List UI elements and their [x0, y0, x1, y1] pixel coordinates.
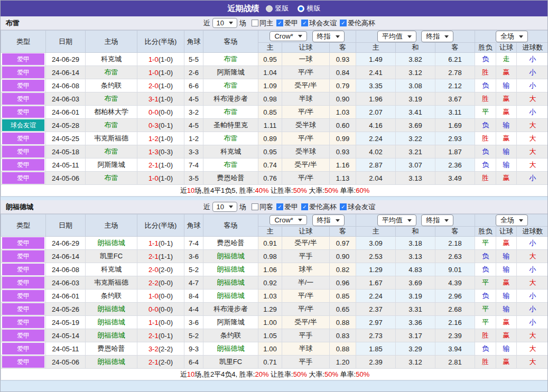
- filter-games-label: 场: [239, 202, 246, 212]
- cell-odds-handicap: 平/半: [282, 66, 330, 79]
- matches-table-team1: 类型 日期 主场 比分(半场) 角球 客场 Crow* 终指 平均值 终指 全场: [1, 30, 548, 197]
- cell-corners: 8-4: [184, 290, 203, 303]
- cell-handicap-result: 赢: [496, 172, 517, 185]
- dropdown-odds-provider[interactable]: Crow*: [270, 31, 306, 41]
- summary-segment: 40%: [255, 186, 268, 194]
- cell-avg-away: 2.36: [435, 158, 475, 172]
- league-badge: 爱甲: [2, 290, 44, 302]
- cell-result: 胜: [475, 132, 496, 145]
- fulltime-score: 2-2: [148, 279, 159, 287]
- cell-home-team: 韦克斯福德: [86, 132, 137, 145]
- checkbox-同主[interactable]: [252, 20, 258, 26]
- cell-date: 24-06-14: [46, 66, 86, 79]
- checkbox-球会友谊[interactable]: ✓: [301, 20, 308, 26]
- cell-odds-handicap: 一球: [282, 53, 330, 66]
- section-header-team1: 布雷 近 10 场 同主✓爱甲✓球会友谊✓爱伦高杯: [1, 16, 547, 30]
- checkbox-爱伦高杯[interactable]: ✓: [301, 203, 308, 210]
- cell-goals: 小: [517, 316, 548, 329]
- checkbox-爱伦高杯[interactable]: ✓: [340, 20, 347, 26]
- cell-home-team: 朗福德城: [86, 329, 137, 342]
- cell-odds-away: 0.60: [330, 119, 356, 132]
- dropdown-odds-provider[interactable]: Crow*: [270, 215, 306, 225]
- table-row: 爱甲24-05-11费恩哈普3-2(2-2)9-3朗福德城1.00半球0.881…: [1, 342, 548, 356]
- away-team-name: 布雷: [224, 81, 238, 89]
- table-row: 爱甲24-05-25韦克斯福德1-2(1-0)1-2布雷0.89平/半0.992…: [1, 132, 548, 145]
- recent-count-select[interactable]: 10: [212, 202, 237, 212]
- fulltime-score: 1-1: [148, 319, 159, 326]
- radio-horizontal-layout[interactable]: 横版: [298, 4, 321, 13]
- cell-odds-away: 1.20: [330, 356, 356, 369]
- cell-home-team: 韦克斯福德: [86, 276, 137, 290]
- col-header-avg-home: 主: [356, 227, 396, 237]
- cell-home-team: 布雷: [86, 119, 137, 132]
- cell-avg-away: 1.87: [435, 145, 475, 158]
- odds-group-header: Crow* 终指: [258, 214, 356, 227]
- cell-home-team: 都柏林大学: [86, 106, 137, 119]
- cell-result: 负: [475, 79, 496, 92]
- col-header-date: 日期: [46, 31, 86, 53]
- cell-score: 2-1(1-1): [137, 250, 184, 263]
- dropdown-average-stage[interactable]: 终指: [421, 31, 453, 42]
- cell-avg-home: 1.85: [356, 342, 396, 356]
- cell-avg-home: 2.53: [356, 250, 396, 263]
- cell-result: 胜: [475, 172, 496, 185]
- dropdown-scope[interactable]: 全场: [496, 214, 528, 226]
- dropdown-odds-stage-value: 终指: [317, 32, 331, 41]
- col-header-odds-home: 主: [258, 227, 282, 237]
- cell-avg-away: 9.01: [435, 263, 475, 276]
- cell-odds-away: 0.93: [330, 145, 356, 158]
- cell-avg-draw: 3.07: [396, 158, 435, 172]
- cell-odds-home: 0.91: [258, 237, 282, 250]
- radio-selected-icon[interactable]: [298, 5, 304, 12]
- dropdown-average[interactable]: 平均值: [377, 214, 416, 226]
- cell-result: 负: [475, 158, 496, 172]
- dropdown-average[interactable]: 平均值: [377, 31, 416, 42]
- cell-away-team: 费恩哈普: [203, 237, 258, 250]
- col-header-date: 日期: [46, 214, 86, 237]
- fulltime-score: 1-0: [148, 69, 159, 77]
- cell-avg-home: 4.16: [356, 119, 396, 132]
- summary-segment: 50%: [293, 186, 307, 194]
- dropdown-average-value: 平均值: [382, 216, 403, 225]
- league-badge: 爱甲: [2, 53, 44, 65]
- filter-bar: 近 10 场 同客✓爱甲✓爱伦高杯✓球会友谊: [203, 202, 375, 212]
- recent-count-select[interactable]: 10: [212, 18, 237, 28]
- dropdown-odds-stage[interactable]: 终指: [312, 31, 345, 42]
- league-badge: 爱甲: [2, 159, 44, 171]
- checkbox-爱甲[interactable]: ✓: [276, 20, 283, 26]
- fulltime-score: 0-0: [148, 305, 159, 313]
- cell-corners: 7-4: [184, 237, 203, 250]
- checkbox-球会友谊[interactable]: ✓: [340, 203, 347, 210]
- table-row: 爱甲24-05-18布雷1-3(0-3)3-3科克城0.95受半球0.934.0…: [1, 145, 548, 158]
- cell-type: 爱甲: [1, 356, 46, 369]
- home-team-name: 科克城: [101, 265, 122, 273]
- home-team-name: 布雷: [105, 174, 118, 182]
- cell-avg-home: 2.07: [356, 106, 396, 119]
- cell-result: 平: [475, 276, 496, 290]
- dropdown-average-stage[interactable]: 终指: [421, 214, 453, 226]
- cell-odds-home: 1.09: [258, 79, 282, 92]
- cell-odds-home: 1.29: [258, 303, 282, 316]
- table-row: 爱甲24-06-01条约联1-0(0-0)8-4朗福德城1.03平/半0.852…: [1, 290, 548, 303]
- cell-odds-away: 0.90: [330, 92, 356, 106]
- cell-corners: 4-5: [184, 92, 203, 106]
- dropdown-odds-stage[interactable]: 终指: [312, 214, 345, 226]
- radio-unselected-icon[interactable]: [266, 5, 273, 12]
- checkbox-同客[interactable]: [252, 203, 258, 210]
- cell-date: 24-06-01: [46, 106, 86, 119]
- summary-segment: 让胜率:: [268, 370, 293, 378]
- dropdown-scope[interactable]: 全场: [496, 31, 528, 42]
- cell-away-team: 阿斯隆城: [203, 66, 258, 79]
- cell-date: 24-05-25: [46, 132, 86, 145]
- col-header-avg-away: 客: [435, 227, 475, 237]
- col-header-type: 类型: [1, 31, 46, 53]
- radio-vertical-layout[interactable]: 竖版: [266, 4, 289, 13]
- summary-segment: 50%: [324, 186, 338, 194]
- summary-segment: 单率:: [338, 186, 356, 194]
- col-header-odds-away: 客: [330, 43, 356, 53]
- summary-segment: 大率:: [307, 370, 324, 378]
- cell-away-team: 凯里FC: [203, 356, 258, 369]
- cell-result: 负: [475, 263, 496, 276]
- table-row: 爱甲24-06-03韦克斯福德2-2(0-0)4-7朗福德城0.92半/一0.9…: [1, 276, 548, 290]
- checkbox-爱甲[interactable]: ✓: [276, 203, 283, 210]
